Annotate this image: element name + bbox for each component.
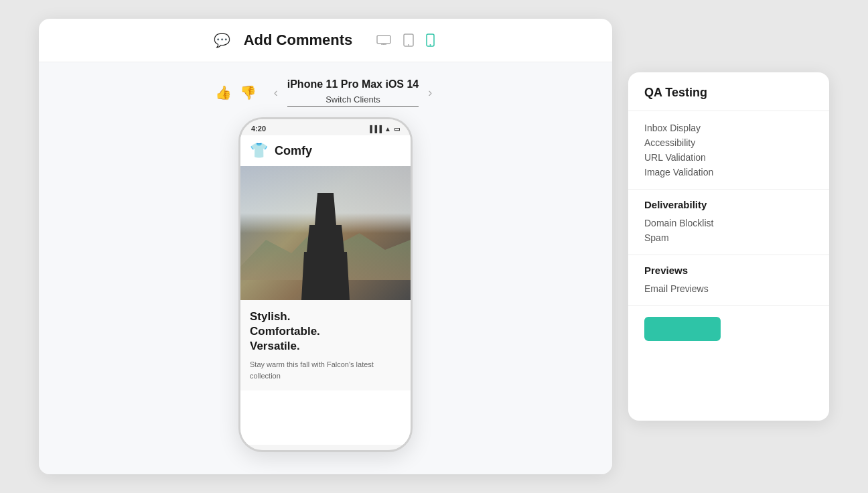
toolbar-device-icons [374, 31, 437, 50]
qa-group-deliverability: Deliverability Domain Blocklist Spam [628, 190, 829, 255]
email-content: 👕 Comfy Stylish. [240, 135, 411, 445]
qa-group-testing: Inbox Display Accessibility URL Validati… [628, 111, 829, 190]
tablet-view-button[interactable] [401, 31, 417, 50]
main-container: 💬 Add Comments [39, 19, 829, 474]
toolbar: 💬 Add Comments [39, 19, 612, 62]
thumbs-container: 👍 👎 [215, 84, 257, 100]
qa-group-previews: Previews Email Previews [628, 255, 829, 306]
phone-time: 4:20 [251, 125, 266, 133]
prev-device-button[interactable]: ‹ [270, 82, 282, 104]
wifi-icon: ▲ [384, 125, 391, 133]
qa-item-url-validation[interactable]: URL Validation [644, 150, 813, 165]
email-body: Stylish. Comfortable. Versatile. Stay wa… [240, 300, 411, 391]
svg-point-4 [408, 44, 409, 46]
desktop-view-button[interactable] [374, 31, 394, 50]
phone-status-bar: 4:20 ▐▐▐ ▲ ▭ [240, 119, 411, 135]
qa-item-domain-blocklist[interactable]: Domain Blocklist [644, 216, 813, 230]
email-app-header: 👕 Comfy [240, 135, 411, 166]
phone-wrapper: 4:20 ▐▐▐ ▲ ▭ 👕 Comfy [238, 117, 413, 452]
content-area: 👍 👎 ‹ iPhone 11 Pro Max iOS 14 Switch Cl… [39, 62, 612, 474]
svg-point-6 [430, 44, 431, 46]
qa-item-inbox-display[interactable]: Inbox Display [644, 121, 813, 135]
signal-icon: ▐▐▐ [368, 125, 382, 133]
email-hero-image [240, 166, 411, 300]
email-headline: Stylish. Comfortable. Versatile. [250, 309, 401, 354]
qa-item-spam[interactable]: Spam [644, 230, 813, 245]
brand-name: Comfy [275, 144, 312, 158]
page-title: Add Comments [244, 31, 353, 49]
right-panel: QA Testing Inbox Display Accessibility U… [628, 72, 829, 421]
battery-icon: ▭ [394, 125, 400, 133]
headline-line2: Comfortable. [250, 324, 401, 339]
headline-line1: Stylish. [250, 309, 401, 324]
device-info: iPhone 11 Pro Max iOS 14 Switch Clients [287, 78, 419, 107]
previews-title: Previews [644, 265, 813, 276]
phone-frame: 4:20 ▐▐▐ ▲ ▭ 👕 Comfy [238, 117, 413, 452]
next-device-button[interactable]: › [424, 82, 436, 104]
thumbs-down-button[interactable]: 👎 [240, 84, 257, 100]
svg-rect-0 [377, 36, 390, 44]
comment-icon: 💬 [214, 32, 230, 48]
action-button[interactable] [644, 317, 721, 341]
email-subtext: Stay warm this fall with Falcon's latest… [250, 359, 401, 381]
left-panel: 💬 Add Comments [39, 19, 612, 474]
device-nav-row: 👍 👎 ‹ iPhone 11 Pro Max iOS 14 Switch Cl… [50, 78, 601, 107]
headline-line3: Versatile. [250, 339, 401, 354]
brand-shirt-icon: 👕 [250, 142, 268, 159]
mobile-view-button[interactable] [423, 31, 437, 50]
device-name: iPhone 11 Pro Max iOS 14 [287, 78, 419, 90]
switch-clients-button[interactable]: Switch Clients [287, 93, 419, 107]
deliverability-title: Deliverability [644, 199, 813, 210]
qa-testing-header: QA Testing [628, 72, 829, 111]
qa-item-email-previews[interactable]: Email Previews [644, 281, 813, 296]
thumbs-up-button[interactable]: 👍 [215, 84, 232, 100]
qa-item-accessibility[interactable]: Accessibility [644, 135, 813, 150]
qa-item-image-validation[interactable]: Image Validation [644, 165, 813, 180]
phone-status-icons: ▐▐▐ ▲ ▭ [368, 125, 400, 133]
